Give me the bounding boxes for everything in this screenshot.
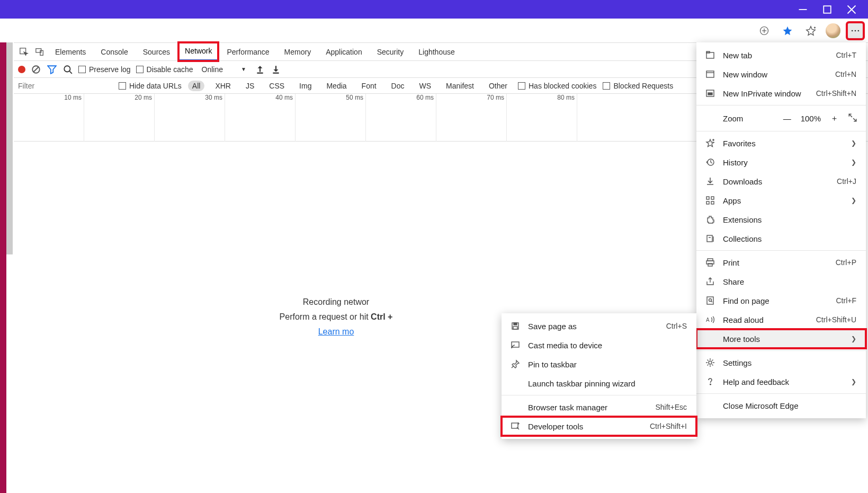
download-icon[interactable]: [271, 65, 281, 74]
has-blocked-cookies-checkbox[interactable]: Has blocked cookies: [518, 82, 596, 90]
menu-label: Favorites: [723, 139, 844, 148]
disable-cache-checkbox[interactable]: Disable cache: [136, 65, 193, 74]
filter-type-manifest[interactable]: Manifest: [442, 81, 478, 91]
device-toggle-icon[interactable]: [33, 45, 47, 59]
tab-sources[interactable]: Sources: [137, 43, 176, 60]
filter-icon[interactable]: [47, 65, 57, 74]
more-menu-button[interactable]: [847, 22, 864, 39]
filter-input[interactable]: [17, 80, 112, 92]
inspect-element-icon[interactable]: [17, 45, 31, 59]
menu-collections[interactable]: Collections: [696, 229, 866, 248]
menu-print[interactable]: Print Ctrl+P: [696, 253, 866, 272]
filter-type-img[interactable]: Img: [295, 81, 316, 91]
submenu-cast[interactable]: Cast media to device: [502, 336, 696, 355]
svg-line-18: [69, 71, 72, 74]
filter-type-font[interactable]: Font: [357, 81, 381, 91]
blocked-requests-checkbox[interactable]: Blocked Requests: [603, 82, 673, 90]
cast-icon: [510, 340, 521, 350]
collections-icon[interactable]: [802, 22, 819, 39]
profile-avatar[interactable]: [826, 23, 840, 38]
svg-line-28: [853, 118, 856, 121]
menu-share[interactable]: Share: [696, 272, 866, 291]
submenu-label: Developer tools: [528, 422, 642, 431]
tab-console[interactable]: Console: [94, 43, 134, 60]
filter-type-js[interactable]: JS: [241, 81, 258, 91]
filter-type-doc[interactable]: Doc: [387, 81, 409, 91]
recording-line2: Perform a request or hit Ctrl +: [280, 312, 393, 322]
submenu-wizard[interactable]: Launch taskbar pinning wizard: [502, 374, 696, 393]
filter-type-all[interactable]: All: [188, 81, 205, 91]
menu-new-inprivate[interactable]: New InPrivate window Ctrl+Shift+N: [696, 84, 866, 103]
blocked-requests-label: Blocked Requests: [613, 82, 673, 90]
menu-close-edge[interactable]: Close Microsoft Edge: [696, 396, 866, 415]
menu-read-aloud[interactable]: A Read aloud Ctrl+Shift+U: [696, 310, 866, 329]
svg-rect-23: [706, 71, 714, 77]
filter-type-other[interactable]: Other: [485, 81, 512, 91]
downloads-icon: [705, 177, 715, 186]
upload-icon[interactable]: [255, 65, 265, 74]
submenu-pin[interactable]: Pin to taskbar: [502, 355, 696, 374]
record-button[interactable]: [18, 66, 25, 73]
menu-label: History: [723, 158, 844, 167]
menu-label: New window: [723, 70, 828, 79]
inprivate-icon: [705, 89, 715, 98]
svg-point-43: [709, 299, 712, 302]
favorites-star-icon[interactable]: [779, 22, 796, 39]
svg-rect-33: [711, 197, 714, 199]
svg-rect-32: [706, 197, 709, 199]
minimize-button[interactable]: [791, 0, 815, 19]
svg-rect-35: [711, 201, 714, 204]
svg-point-11: [858, 30, 860, 31]
tab-lighthouse[interactable]: Lighthouse: [412, 43, 461, 60]
tab-performance[interactable]: Performance: [220, 43, 275, 60]
maximize-button[interactable]: [815, 0, 839, 19]
submenu-shortcut: Shift+Esc: [655, 403, 687, 411]
search-icon[interactable]: [62, 65, 73, 74]
fullscreen-button[interactable]: [848, 113, 857, 124]
learn-more-link[interactable]: Learn mo: [318, 327, 354, 337]
menu-more-tools[interactable]: More tools ❯: [696, 329, 866, 348]
menu-extensions[interactable]: Extensions: [696, 210, 866, 229]
filter-type-ws[interactable]: WS: [415, 81, 436, 91]
close-button[interactable]: [839, 0, 864, 19]
tab-network[interactable]: Network: [178, 42, 218, 61]
menu-downloads[interactable]: Downloads Ctrl+J: [696, 172, 866, 191]
tab-application[interactable]: Application: [319, 43, 369, 60]
chevron-right-icon: ❯: [851, 335, 856, 342]
submenu-save-page[interactable]: Save page as Ctrl+S: [502, 316, 696, 336]
history-icon: [705, 157, 715, 167]
menu-label: Extensions: [723, 215, 856, 224]
new-tab-icon: [705, 50, 715, 60]
zoom-in-button[interactable]: ＋: [830, 113, 838, 124]
filter-type-css[interactable]: CSS: [265, 81, 289, 91]
menu-new-tab[interactable]: New tab Ctrl+T: [696, 46, 866, 65]
menu-favorites[interactable]: Favorites ❯: [696, 134, 866, 153]
clear-icon[interactable]: [31, 65, 41, 74]
menu-history[interactable]: History ❯: [696, 153, 866, 172]
hide-data-urls-checkbox[interactable]: Hide data URLs: [119, 82, 182, 90]
submenu-shortcut: Ctrl+Shift+I: [650, 422, 687, 430]
submenu-task-manager[interactable]: Browser task manager Shift+Esc: [502, 398, 696, 417]
filter-type-media[interactable]: Media: [322, 81, 351, 91]
submenu-developer-tools[interactable]: Developer tools Ctrl+Shift+I: [502, 417, 696, 436]
filter-type-xhr[interactable]: XHR: [211, 81, 235, 91]
add-tab-icon[interactable]: [756, 22, 773, 39]
svg-rect-1: [824, 6, 831, 13]
menu-apps[interactable]: Apps ❯: [696, 191, 866, 210]
tab-security[interactable]: Security: [371, 43, 410, 60]
pin-icon: [510, 359, 521, 369]
throttle-select[interactable]: Online▼: [199, 65, 249, 74]
tab-elements[interactable]: Elements: [49, 43, 92, 60]
menu-find[interactable]: Find on page Ctrl+F: [696, 291, 866, 310]
menu-label: Print: [723, 258, 828, 267]
new-window-icon: [705, 69, 715, 79]
menu-new-window[interactable]: New window Ctrl+N: [696, 65, 866, 84]
preserve-log-checkbox[interactable]: Preserve log: [78, 65, 131, 74]
more-tools-submenu: Save page as Ctrl+S Cast media to device…: [502, 313, 696, 439]
zoom-out-button[interactable]: —: [783, 114, 791, 123]
menu-help[interactable]: Help and feedback ❯: [696, 372, 866, 391]
svg-text:A: A: [706, 317, 710, 323]
chevron-right-icon: ❯: [851, 139, 856, 147]
tab-memory[interactable]: Memory: [278, 43, 318, 60]
menu-settings[interactable]: Settings: [696, 353, 866, 372]
